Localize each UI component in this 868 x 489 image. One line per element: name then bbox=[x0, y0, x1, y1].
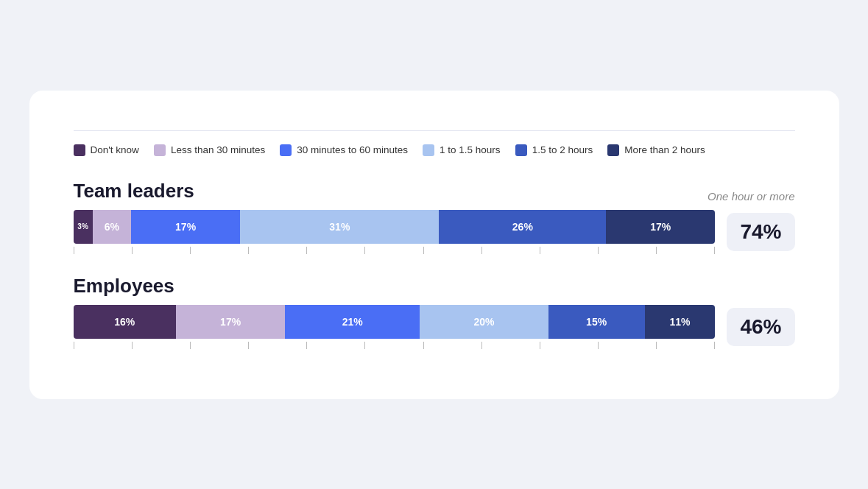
one-hour-label-team-leaders: One hour or more bbox=[708, 190, 794, 203]
bar-segment-employees-2: 21% bbox=[285, 305, 420, 339]
tick-mark bbox=[423, 247, 424, 254]
legend-item-30-60: 30 minutes to 60 minutes bbox=[280, 144, 408, 156]
bar-segment-team-leaders-4: 26% bbox=[439, 210, 606, 244]
section-employees: Employees 16%17%21%20%15%11%46% bbox=[74, 275, 795, 349]
tick-mark bbox=[74, 247, 74, 254]
tick-mark bbox=[656, 247, 657, 254]
tick-mark bbox=[598, 247, 599, 254]
bar-segment-employees-5: 11% bbox=[645, 305, 716, 339]
legend-item-1.5-2: 1.5 to 2 hours bbox=[515, 144, 593, 156]
legend-swatch-1-1.5 bbox=[423, 144, 434, 156]
legend-item-less-30: Less than 30 minutes bbox=[154, 144, 265, 156]
tick-mark bbox=[481, 342, 482, 349]
legend-label-1.5-2: 1.5 to 2 hours bbox=[532, 144, 593, 155]
tick-mark bbox=[306, 342, 307, 349]
section-title-employees: Employees bbox=[74, 275, 174, 298]
bar-team-leaders: 3%6%17%31%26%17% bbox=[74, 210, 716, 244]
tick-mark bbox=[190, 247, 191, 254]
bar-row-employees: 16%17%21%20%15%11%46% bbox=[74, 305, 795, 349]
legend-label-less-30: Less than 30 minutes bbox=[171, 144, 265, 155]
title-divider bbox=[74, 130, 795, 131]
tick-mark bbox=[714, 247, 715, 254]
tick-mark bbox=[74, 342, 74, 349]
tick-mark bbox=[248, 247, 249, 254]
tick-mark bbox=[540, 247, 540, 254]
tick-mark bbox=[248, 342, 249, 349]
bar-container-employees: 16%17%21%20%15%11% bbox=[74, 305, 716, 349]
section-header-team-leaders: Team leaders One hour or more bbox=[74, 180, 795, 203]
bar-container-team-leaders: 3%6%17%31%26%17% bbox=[74, 210, 716, 254]
tick-mark bbox=[190, 342, 191, 349]
legend: Don't know Less than 30 minutes 30 minut… bbox=[74, 144, 795, 156]
tick-mark bbox=[540, 342, 540, 349]
legend-swatch-30-60 bbox=[280, 144, 292, 156]
bar-segment-employees-0: 16% bbox=[74, 305, 177, 339]
legend-item-more-2: More than 2 hours bbox=[607, 144, 705, 156]
summary-badge-employees: 46% bbox=[727, 308, 794, 346]
section-title-team-leaders: Team leaders bbox=[74, 180, 194, 203]
bar-segment-employees-3: 20% bbox=[420, 305, 548, 339]
legend-swatch-dont-know bbox=[74, 144, 85, 156]
tick-mark bbox=[364, 247, 365, 254]
legend-label-1-1.5: 1 to 1.5 hours bbox=[440, 144, 501, 155]
tick-mark bbox=[306, 247, 307, 254]
legend-item-dont-know: Don't know bbox=[74, 144, 139, 156]
legend-swatch-more-2 bbox=[607, 144, 619, 156]
legend-swatch-1.5-2 bbox=[515, 144, 527, 156]
tick-row-employees bbox=[74, 339, 716, 349]
bar-segment-employees-4: 15% bbox=[548, 305, 645, 339]
tick-mark bbox=[481, 247, 482, 254]
bar-segment-team-leaders-1: 6% bbox=[93, 210, 131, 244]
tick-mark bbox=[656, 342, 657, 349]
legend-label-more-2: More than 2 hours bbox=[624, 144, 705, 155]
legend-item-1-1.5: 1 to 1.5 hours bbox=[423, 144, 501, 156]
bar-segment-team-leaders-5: 17% bbox=[606, 210, 715, 244]
tick-mark bbox=[364, 342, 365, 349]
main-card: Don't know Less than 30 minutes 30 minut… bbox=[29, 91, 839, 399]
legend-swatch-less-30 bbox=[154, 144, 166, 156]
section-header-employees: Employees bbox=[74, 275, 795, 298]
tick-mark bbox=[714, 342, 715, 349]
tick-mark bbox=[423, 342, 424, 349]
bar-segment-team-leaders-2: 17% bbox=[131, 210, 240, 244]
bar-segment-employees-1: 17% bbox=[176, 305, 285, 339]
summary-badge-team-leaders: 74% bbox=[727, 213, 794, 251]
bar-employees: 16%17%21%20%15%11% bbox=[74, 305, 716, 339]
tick-row-team-leaders bbox=[74, 244, 716, 254]
tick-mark bbox=[598, 342, 599, 349]
tick-mark bbox=[132, 342, 133, 349]
tick-mark bbox=[132, 247, 133, 254]
bar-segment-team-leaders-0: 3% bbox=[74, 210, 93, 244]
section-team-leaders: Team leaders One hour or more 3%6%17%31%… bbox=[74, 180, 795, 254]
legend-label-dont-know: Don't know bbox=[91, 144, 139, 155]
bar-row-team-leaders: 3%6%17%31%26%17%74% bbox=[74, 210, 795, 254]
bar-segment-team-leaders-3: 31% bbox=[240, 210, 439, 244]
legend-label-30-60: 30 minutes to 60 minutes bbox=[297, 144, 408, 155]
